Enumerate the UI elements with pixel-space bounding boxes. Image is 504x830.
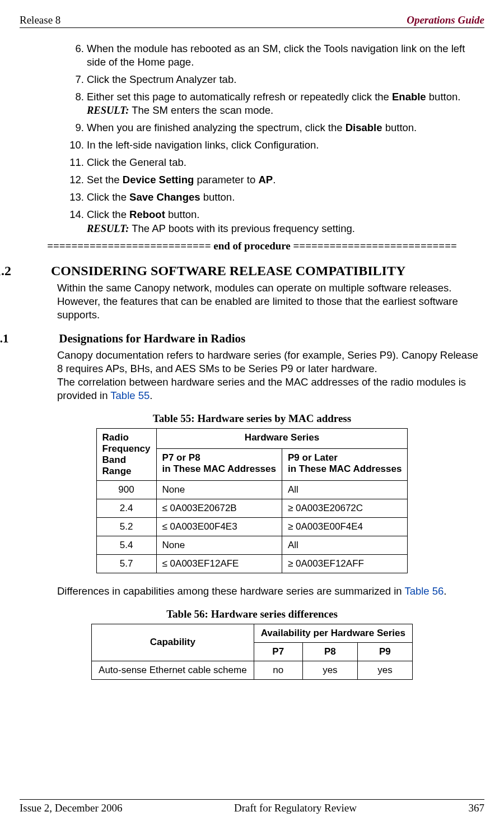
section-number: 21.2	[20, 263, 48, 279]
table56-caphead: Capability	[92, 624, 254, 661]
header-guide-title: Operations Guide	[407, 14, 484, 26]
table-row: 5.2≤ 0A003E00F4E3≥ 0A003E00F4E4	[96, 517, 408, 536]
cell-rf: 900	[96, 480, 156, 499]
table56-caption: Table 56: Hardware series differences	[20, 608, 484, 620]
section-intro: Within the same Canopy network, modules …	[57, 281, 484, 322]
cell-rf: 5.4	[96, 536, 156, 554]
cell-p7p8: ≤ 0A003EF12AFE	[156, 554, 282, 573]
cell-p7p8: None	[156, 536, 282, 554]
cell-p7: no	[254, 661, 302, 679]
procedure-step: Click the Spectrum Analyzer tab.	[87, 73, 484, 86]
para-after-t55: Differences in capabilities among these …	[57, 585, 484, 598]
procedure-step: Click the Save Changes button.	[87, 191, 484, 204]
end-of-procedure: =========================== end of proce…	[20, 240, 484, 252]
page-header: Release 8 Operations Guide	[20, 14, 484, 28]
footer-right: 367	[468, 802, 484, 814]
table56-sub-p8: P8	[302, 642, 357, 661]
table56-availhead: Availability per Hardware Series	[254, 624, 412, 642]
cell-p7p8: ≤ 0A003E20672B	[156, 499, 282, 517]
table56-sub-p7: P7	[254, 642, 302, 661]
subsection-title: Designations for Hardware in Radios	[59, 332, 245, 345]
subsection-number: 21.2.1	[20, 332, 56, 346]
cell-capability: Auto-sense Ethernet cable scheme	[92, 661, 254, 679]
procedure-step: Click the General tab.	[87, 156, 484, 169]
table55-col2: P9 or Laterin These MAC Addresses	[282, 448, 407, 480]
procedure-step: Either set this page to automatically re…	[87, 90, 484, 117]
cell-rf: 2.4	[96, 499, 156, 517]
cell-p9plus: ≥ 0A003EF12AFF	[282, 554, 407, 573]
table-row: 900NoneAll	[96, 480, 408, 499]
section-title: CONSIDERING SOFTWARE RELEASE COMPATIBILI…	[51, 263, 405, 278]
header-release: Release 8	[20, 14, 60, 26]
table56: Capability Availability per Hardware Ser…	[91, 624, 413, 680]
footer-center: Draft for Regulatory Review	[234, 802, 357, 814]
table56-body: Auto-sense Ethernet cable schemenoyesyes	[92, 661, 413, 679]
procedure-step: In the left-side navigation links, click…	[87, 138, 484, 152]
procedure-step: Set the Device Setting parameter to AP.	[87, 173, 484, 187]
section-heading: 21.2 CONSIDERING SOFTWARE RELEASE COMPAT…	[20, 263, 484, 279]
procedure-step: When you are finished analyzing the spec…	[87, 121, 484, 135]
table-row: 5.7≤ 0A003EF12AFE≥ 0A003EF12AFF	[96, 554, 408, 573]
page-footer: Issue 2, December 2006 Draft for Regulat…	[20, 799, 484, 814]
subsection-heading: 21.2.1 Designations for Hardware in Radi…	[20, 332, 484, 346]
table56-sub-p9: P9	[357, 642, 412, 661]
procedure-step: Click the Reboot button.RESULT: The AP b…	[87, 208, 484, 235]
cell-p9plus: ≥ 0A003E20672C	[282, 499, 407, 517]
table55: RadioFrequencyBandRange Hardware Series …	[96, 428, 408, 573]
cell-rf: 5.7	[96, 554, 156, 573]
cell-p9plus: ≥ 0A003E00F4E4	[282, 517, 407, 536]
procedure-step: When the module has rebooted as an SM, c…	[87, 42, 484, 69]
subsection-para: Canopy documentation refers to hardware …	[57, 349, 484, 402]
cell-rf: 5.2	[96, 517, 156, 536]
cell-p9plus: All	[282, 480, 407, 499]
table55-body: 900NoneAll2.4≤ 0A003E20672B≥ 0A003E20672…	[96, 480, 408, 573]
cell-p8: yes	[302, 661, 357, 679]
table55-rowhead: RadioFrequencyBandRange	[96, 428, 156, 480]
cell-p7p8: ≤ 0A003E00F4E3	[156, 517, 282, 536]
footer-left: Issue 2, December 2006	[20, 802, 123, 814]
procedure-steps: When the module has rebooted as an SM, c…	[87, 42, 484, 235]
table55-col1: P7 or P8in These MAC Addresses	[156, 448, 282, 480]
table55-grouphead: Hardware Series	[156, 428, 408, 448]
cell-p9: yes	[357, 661, 412, 679]
page-body: When the module has rebooted as an SM, c…	[20, 42, 484, 680]
table55-caption: Table 55: Hardware series by MAC address	[20, 412, 484, 425]
cell-p7p8: None	[156, 480, 282, 499]
table-row: Auto-sense Ethernet cable schemenoyesyes	[92, 661, 413, 679]
cell-p9plus: All	[282, 536, 407, 554]
table-row: 5.4NoneAll	[96, 536, 408, 554]
table-row: 2.4≤ 0A003E20672B≥ 0A003E20672C	[96, 499, 408, 517]
